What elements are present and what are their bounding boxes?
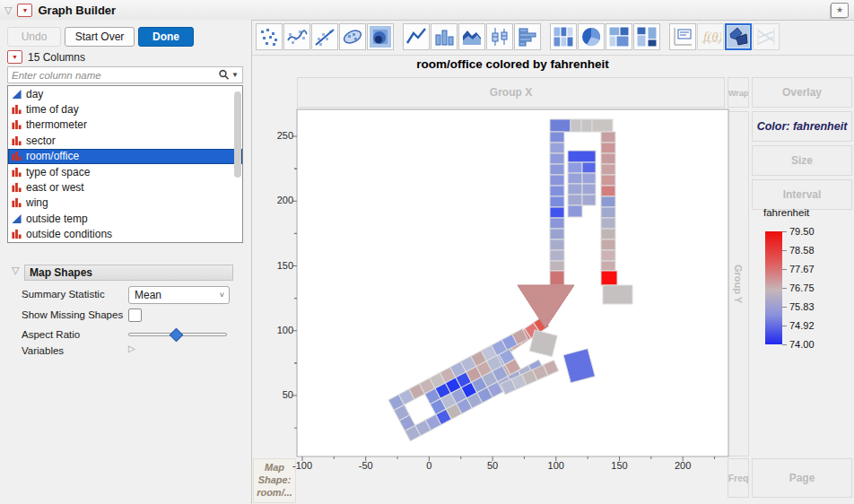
legend-tick-mark — [782, 344, 787, 345]
map-plot[interactable] — [297, 109, 728, 456]
dropzone-interval[interactable]: Interval — [752, 179, 852, 210]
aspect-ratio-slider[interactable] — [128, 329, 227, 340]
window-list-icon[interactable]: ★ — [831, 3, 849, 18]
svg-text:f(θ): f(θ) — [703, 30, 721, 45]
variables-disclosure-icon[interactable]: ▷ — [128, 343, 135, 353]
summary-statistic-dropdown[interactable]: Mean ˅ — [128, 286, 230, 304]
window-title: Graph Builder — [38, 4, 116, 17]
undo-button[interactable]: Undo — [7, 27, 61, 47]
search-icon[interactable] — [218, 69, 230, 81]
column-list: daytime of daythermometersectorroom/offi… — [7, 85, 243, 243]
ellipse-icon[interactable] — [339, 23, 366, 50]
mapshapes-collapse-triangle-icon[interactable]: ▽ — [12, 265, 19, 276]
smoother-icon[interactable] — [283, 23, 310, 50]
x-tick-label: 150 — [602, 460, 638, 471]
mapshapes-section-header[interactable]: Map Shapes — [24, 265, 233, 281]
line-of-fit-icon[interactable] — [311, 23, 338, 50]
bar-icon[interactable] — [431, 23, 458, 50]
box-plot-icon[interactable] — [486, 23, 513, 50]
column-item-day[interactable]: day — [8, 86, 242, 101]
legend-tick-mark — [782, 269, 787, 270]
show-missing-label: Show Missing Shapes — [22, 309, 123, 320]
collapse-triangle-icon[interactable]: ▽ — [4, 4, 12, 16]
aspect-ratio-label: Aspect Ratio — [22, 329, 80, 340]
column-item-east-or-west[interactable]: east or west — [8, 179, 242, 195]
summary-statistic-label: Summary Statistic — [22, 289, 105, 300]
column-item-time-of-day[interactable]: time of day — [8, 101, 242, 117]
y-tick-label: 250 — [266, 130, 293, 141]
column-item-label: room/office — [26, 150, 79, 162]
dropzone-wrap[interactable]: Wrap — [728, 77, 749, 108]
red-triangle-menu-icon[interactable]: ▼ — [17, 4, 32, 17]
y-tick-label: 150 — [266, 260, 293, 271]
element-type-toolbar: f(θ) — [256, 23, 789, 50]
formula-icon[interactable]: f(θ) — [697, 23, 724, 50]
columns-count-label: 15 Columns — [28, 51, 85, 64]
x-tick-label: 200 — [665, 460, 701, 471]
legend-tick-value: 78.58 — [789, 245, 815, 256]
legend-tick-mark — [782, 326, 787, 326]
column-list-scrollbar[interactable] — [234, 91, 241, 178]
parallel-icon[interactable] — [753, 23, 780, 50]
variables-label: Variables — [22, 345, 64, 356]
x-tick-label: -50 — [348, 460, 384, 471]
slider-thumb-icon[interactable] — [170, 328, 184, 343]
histogram-icon[interactable] — [514, 23, 541, 50]
dropzone-group-x[interactable]: Group X — [297, 77, 725, 108]
control-panel: Undo Start Over Done ▼ 15 Columns ▼ dayt… — [0, 20, 252, 504]
dropzone-freq[interactable]: Freq — [728, 458, 749, 498]
mosaic-icon[interactable] — [633, 23, 660, 50]
show-missing-checkbox[interactable] — [128, 308, 142, 322]
columns-red-triangle-icon[interactable]: ▼ — [7, 50, 22, 64]
column-item-thermometer[interactable]: thermometer — [8, 117, 242, 133]
line-icon[interactable] — [403, 23, 430, 50]
x-tick-label: 0 — [411, 460, 447, 471]
column-item-label: sector — [26, 135, 56, 147]
legend-tick-mark — [782, 307, 787, 308]
column-item-outside-temp[interactable]: outside temp — [8, 211, 242, 226]
dropzone-group-y[interactable]: Group Y — [728, 111, 749, 456]
column-item-type-of-space[interactable]: type of space — [8, 164, 242, 179]
area-icon[interactable] — [458, 23, 485, 50]
column-item-label: type of space — [26, 166, 90, 178]
summary-statistic-value: Mean — [135, 289, 161, 301]
column-item-label: thermometer — [26, 118, 87, 131]
heatmap-icon[interactable] — [550, 23, 577, 50]
column-item-label: east or west — [26, 181, 84, 194]
legend-title: fahrenheit — [763, 207, 809, 218]
legend-tick-value: 77.67 — [789, 264, 815, 274]
dropzone-page[interactable]: Page — [752, 458, 852, 498]
search-input[interactable] — [8, 70, 218, 81]
column-item-room-office[interactable]: room/office — [8, 149, 242, 164]
legend-tick-value: 79.50 — [789, 226, 815, 237]
y-tick-label: 200 — [266, 195, 293, 205]
x-tick-label: 100 — [538, 460, 574, 471]
graph-title: room/office colored by fahrenheit — [297, 57, 728, 71]
column-item-wing[interactable]: wing — [8, 196, 242, 211]
column-item-sector[interactable]: sector — [8, 133, 242, 148]
dropzone-color[interactable]: Color: fahrenheit — [752, 111, 852, 142]
caption-box-icon[interactable] — [669, 23, 696, 50]
legend-tick-value: 74.00 — [789, 339, 815, 350]
legend-tick-value: 76.75 — [789, 282, 815, 293]
legend-tick-mark — [782, 250, 787, 251]
dropzone-overlay[interactable]: Overlay — [752, 77, 852, 108]
contour-icon[interactable] — [367, 23, 394, 50]
pie-icon[interactable] — [578, 23, 605, 50]
window-titlebar: ▽ ▼ Graph Builder ★ — [0, 0, 854, 21]
points-icon[interactable] — [256, 23, 283, 50]
legend-tick-value: 75.83 — [789, 301, 815, 312]
legend-tick-mark — [782, 288, 787, 289]
legend-gradient-bar[interactable] — [765, 231, 782, 344]
treemap-icon[interactable] — [606, 23, 632, 50]
map-shapes-icon[interactable] — [725, 23, 752, 50]
column-item-label: outside temp — [26, 213, 88, 225]
column-item-label: wing — [26, 196, 48, 209]
column-search-box[interactable]: ▼ — [7, 66, 243, 83]
column-item-outside-conditions[interactable]: outside conditions — [8, 227, 242, 242]
x-tick-label: -100 — [284, 460, 320, 471]
search-options-chevron-icon[interactable]: ▼ — [231, 71, 239, 79]
dropzone-size[interactable]: Size — [752, 145, 852, 176]
start-over-button[interactable]: Start Over — [65, 27, 135, 47]
done-button[interactable]: Done — [138, 27, 194, 47]
